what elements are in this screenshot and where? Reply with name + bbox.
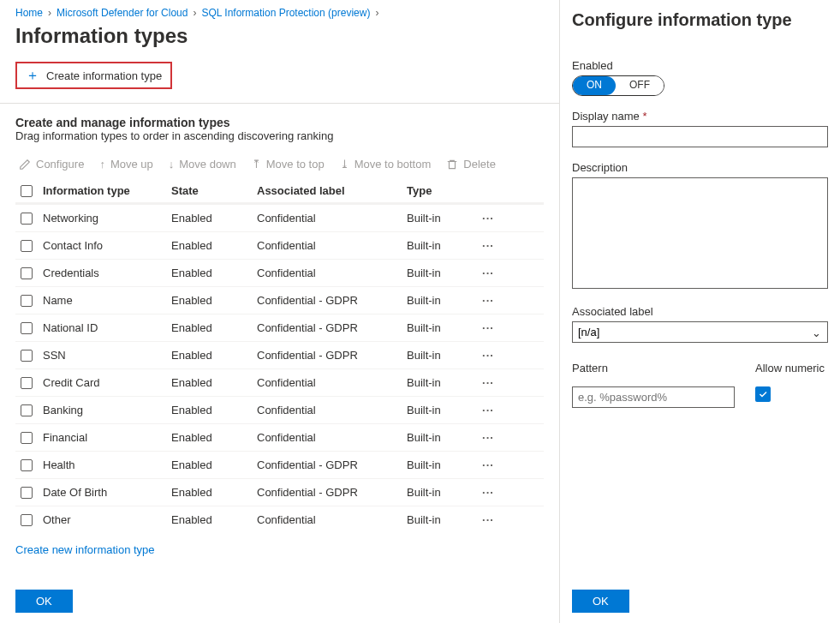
cell-label: Confidential - GDPR: [257, 486, 407, 499]
row-more-button[interactable]: ···: [471, 458, 505, 471]
chevron-right-icon: ›: [375, 7, 378, 19]
configure-label: Configure: [36, 158, 84, 171]
row-checkbox[interactable]: [21, 322, 33, 334]
delete-button[interactable]: Delete: [446, 158, 496, 171]
table-row[interactable]: FinancialEnabledConfidentialBuilt-in···: [15, 423, 544, 451]
move-up-label: Move up: [110, 158, 153, 171]
row-checkbox[interactable]: [21, 213, 33, 225]
move-bottom-button[interactable]: ⤓ Move to bottom: [340, 158, 432, 171]
cell-name: Health: [43, 458, 171, 471]
move-top-button[interactable]: ⤒ Move to top: [252, 158, 325, 171]
table-row[interactable]: Contact InfoEnabledConfidentialBuilt-in·…: [15, 231, 544, 259]
row-checkbox[interactable]: [21, 487, 33, 499]
row-checkbox[interactable]: [21, 459, 33, 471]
row-checkbox[interactable]: [21, 240, 33, 252]
table-row[interactable]: BankingEnabledConfidentialBuilt-in···: [15, 396, 544, 423]
move-bottom-label: Move to bottom: [354, 158, 432, 171]
arrow-down-icon: ↓: [169, 158, 175, 171]
trash-icon: [446, 159, 458, 171]
row-checkbox[interactable]: [21, 350, 33, 362]
row-more-button[interactable]: ···: [471, 513, 505, 526]
toggle-on: ON: [573, 76, 616, 95]
move-down-button[interactable]: ↓ Move down: [169, 158, 236, 171]
select-all-checkbox[interactable]: [21, 185, 33, 197]
display-name-input[interactable]: [572, 126, 828, 147]
table-row[interactable]: CredentialsEnabledConfidentialBuilt-in··…: [15, 259, 544, 286]
row-checkbox[interactable]: [21, 432, 33, 444]
cell-type: Built-in: [407, 513, 471, 526]
arrow-top-icon: ⤒: [252, 158, 261, 171]
configure-button[interactable]: Configure: [19, 158, 84, 171]
section-description: Drag information types to order in ascen…: [15, 129, 544, 142]
cell-type: Built-in: [407, 486, 471, 499]
breadcrumb-defender[interactable]: Microsoft Defender for Cloud: [57, 7, 188, 19]
cell-name: Credentials: [43, 267, 171, 279]
cell-type: Built-in: [407, 404, 471, 416]
cell-name: Contact Info: [43, 239, 171, 252]
row-checkbox[interactable]: [21, 267, 33, 279]
cell-state: Enabled: [171, 431, 257, 444]
row-more-button[interactable]: ···: [471, 431, 505, 444]
info-types-table: Information type State Associated label …: [15, 179, 544, 533]
row-more-button[interactable]: ···: [471, 267, 505, 279]
pencil-icon: [19, 159, 31, 171]
plus-icon: ＋: [26, 69, 39, 82]
table-row[interactable]: NameEnabledConfidential - GDPRBuilt-in··…: [15, 286, 544, 314]
cell-state: Enabled: [171, 349, 257, 362]
cell-state: Enabled: [171, 321, 257, 334]
table-row[interactable]: NetworkingEnabledConfidentialBuilt-in···: [15, 204, 544, 231]
description-input[interactable]: [572, 177, 828, 289]
ok-button[interactable]: OK: [15, 590, 73, 613]
breadcrumb-sql-ip[interactable]: SQL Information Protection (preview): [201, 7, 370, 19]
divider: [0, 103, 559, 104]
cell-label: Confidential: [257, 431, 407, 444]
cell-name: Other: [43, 513, 171, 526]
cell-state: Enabled: [171, 267, 257, 279]
table-toolbar: Configure ↑ Move up ↓ Move down ⤒ Move t…: [19, 158, 544, 171]
create-button-label: Create information type: [46, 69, 162, 82]
cell-type: Built-in: [407, 321, 471, 334]
allow-numeric-checkbox[interactable]: [755, 386, 771, 402]
row-more-button[interactable]: ···: [471, 404, 505, 416]
row-more-button[interactable]: ···: [471, 212, 505, 225]
row-checkbox[interactable]: [21, 404, 33, 416]
breadcrumb: Home › Microsoft Defender for Cloud › SQ…: [15, 7, 544, 19]
row-checkbox[interactable]: [21, 295, 33, 307]
table-row[interactable]: Credit CardEnabledConfidentialBuilt-in··…: [15, 368, 544, 396]
row-more-button[interactable]: ···: [471, 376, 505, 389]
row-more-button[interactable]: ···: [471, 349, 505, 362]
description-label: Description: [572, 161, 828, 174]
table-row[interactable]: SSNEnabledConfidential - GDPRBuilt-in···: [15, 341, 544, 368]
cell-state: Enabled: [171, 294, 257, 307]
cell-name: SSN: [43, 349, 171, 362]
enabled-toggle[interactable]: ON OFF: [572, 75, 664, 96]
row-checkbox[interactable]: [21, 514, 33, 526]
cell-name: Credit Card: [43, 376, 171, 389]
create-new-link[interactable]: Create new information type: [15, 543, 544, 556]
cell-name: Date Of Birth: [43, 486, 171, 499]
pattern-input[interactable]: [572, 386, 735, 408]
chevron-right-icon: ›: [193, 7, 196, 19]
cell-name: National ID: [43, 321, 171, 334]
table-row[interactable]: OtherEnabledConfidentialBuilt-in···: [15, 506, 544, 533]
section-heading: Create and manage information types: [15, 116, 544, 129]
display-name-label: Display name *: [572, 110, 828, 123]
panel-ok-button[interactable]: OK: [572, 590, 629, 613]
cell-name: Networking: [43, 212, 171, 225]
enabled-label: Enabled: [572, 59, 828, 72]
table-row[interactable]: HealthEnabledConfidential - GDPRBuilt-in…: [15, 451, 544, 478]
row-more-button[interactable]: ···: [471, 486, 505, 499]
row-more-button[interactable]: ···: [471, 239, 505, 252]
row-more-button[interactable]: ···: [471, 321, 505, 334]
move-up-button[interactable]: ↑ Move up: [99, 158, 152, 171]
col-state: State: [171, 184, 257, 197]
table-row[interactable]: National IDEnabledConfidential - GDPRBui…: [15, 314, 544, 341]
row-checkbox[interactable]: [21, 377, 33, 389]
cell-label: Confidential - GDPR: [257, 294, 407, 307]
breadcrumb-home[interactable]: Home: [15, 7, 43, 19]
table-row[interactable]: Date Of BirthEnabledConfidential - GDPRB…: [15, 478, 544, 506]
row-more-button[interactable]: ···: [471, 294, 505, 307]
cell-state: Enabled: [171, 239, 257, 252]
create-information-type-button[interactable]: ＋ Create information type: [15, 62, 172, 89]
associated-label-select[interactable]: [572, 321, 828, 343]
